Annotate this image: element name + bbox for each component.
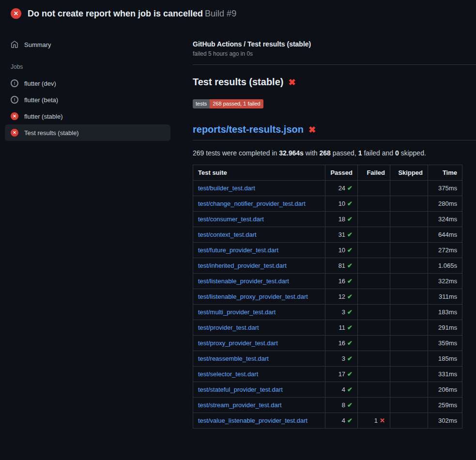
failed-cell: [358, 243, 390, 258]
sidebar: Summary Jobs !flutter (dev)!flutter (bet…: [0, 26, 178, 141]
test-suite-link[interactable]: test/stateful_provider_test.dart: [198, 386, 283, 393]
test-suite-link[interactable]: test/future_provider_test.dart: [198, 246, 278, 254]
summary-value: 32.964s: [279, 149, 304, 157]
table-row: test/multi_provider_test.dart3✔183ms: [193, 305, 462, 320]
skipped-cell: [390, 320, 428, 336]
sidebar-item-job[interactable]: !flutter (dev): [5, 75, 170, 92]
failed-cell: [358, 336, 390, 351]
passed-cell: 31✔: [325, 227, 358, 243]
failed-cell: [358, 382, 390, 398]
sidebar-item-label: flutter (beta): [24, 96, 58, 104]
table-row: test/provider_test.dart11✔291ms: [193, 320, 462, 336]
check-icon: ✔: [347, 401, 353, 409]
run-title-text: Do not create report when job is cancell…: [28, 9, 203, 18]
test-suite-link[interactable]: test/consumer_test.dart: [198, 215, 264, 223]
passed-cell: 3✔: [325, 305, 358, 320]
passed-cell: 17✔: [325, 367, 358, 382]
column-header: Skipped: [390, 165, 428, 181]
table-row: test/change_notifier_provider_test.dart1…: [193, 196, 462, 212]
skipped-cell: [390, 274, 428, 289]
failed-cell: [358, 258, 390, 274]
sidebar-item-job[interactable]: ✕flutter (stable): [5, 108, 170, 124]
results-table: Test suitePassedFailedSkippedTime test/b…: [193, 165, 462, 429]
page-body: Summary Jobs !flutter (dev)!flutter (bet…: [0, 26, 476, 429]
neutral-icon: !: [11, 96, 18, 104]
page-title: Do not create report when job is cancell…: [28, 9, 236, 19]
test-suite-link[interactable]: test/multi_provider_test.dart: [198, 308, 276, 316]
table-row: test/listenable_provider_test.dart16✔322…: [193, 274, 462, 289]
report-link[interactable]: reports/test-results.json: [193, 124, 304, 135]
sidebar-item-job[interactable]: ✕Test results (stable): [5, 124, 170, 141]
check-icon: ✔: [347, 339, 353, 347]
sidebar-item-summary[interactable]: Summary: [5, 36, 170, 53]
test-suite-link[interactable]: test/context_test.dart: [198, 231, 257, 238]
check-icon: ✔: [347, 246, 353, 254]
sidebar-item-label: flutter (stable): [24, 113, 62, 120]
skipped-cell: [390, 351, 428, 367]
table-header-row: Test suitePassedFailedSkippedTime: [193, 165, 462, 181]
passed-cell: 12✔: [325, 289, 358, 305]
skipped-cell: [390, 413, 428, 429]
test-suite-link[interactable]: test/listenable_provider_test.dart: [198, 277, 289, 285]
results-table-body: test/builder_test.dart24✔375mstest/chang…: [193, 181, 462, 429]
failed-x-icon: ✖: [288, 78, 295, 87]
check-title-text: Test results (stable): [193, 77, 283, 88]
test-suite-cell: test/value_listenable_provider_test.dart: [193, 413, 325, 429]
table-row: test/listenable_proxy_provider_test.dart…: [193, 289, 462, 305]
failed-cell: [358, 367, 390, 382]
column-header: Test suite: [193, 165, 325, 181]
check-icon: ✔: [347, 231, 353, 238]
table-row: test/stream_provider_test.dart8✔259ms: [193, 398, 462, 413]
test-suite-link[interactable]: test/provider_test.dart: [198, 324, 259, 331]
test-suite-link[interactable]: test/inherited_provider_test.dart: [198, 262, 287, 269]
passed-cell: 10✔: [325, 196, 358, 212]
passed-cell: 16✔: [325, 336, 358, 351]
failed-cell: [358, 227, 390, 243]
summary-text-part: failed and: [362, 149, 396, 157]
test-suite-link[interactable]: test/change_notifier_provider_test.dart: [198, 200, 306, 207]
skipped-cell: [390, 289, 428, 305]
test-summary-text: 269 tests were completed in 32.964s with…: [193, 149, 476, 157]
skipped-cell: [390, 196, 428, 212]
check-title: Test results (stable) ✖: [193, 77, 476, 88]
skipped-cell: [390, 243, 428, 258]
failed-cell: [358, 181, 390, 196]
sidebar-item-job[interactable]: !flutter (beta): [5, 92, 170, 108]
check-icon: ✔: [347, 308, 353, 316]
failed-cell: [358, 274, 390, 289]
test-suite-link[interactable]: test/stream_provider_test.dart: [198, 401, 282, 409]
time-cell: 183ms: [428, 305, 462, 320]
summary-value: 268: [320, 149, 331, 157]
test-suite-link[interactable]: test/builder_test.dart: [198, 184, 255, 192]
time-cell: 1.065s: [428, 258, 462, 274]
failed-icon: ✕: [11, 129, 18, 137]
time-cell: 644ms: [428, 227, 462, 243]
skipped-cell: [390, 398, 428, 413]
column-header: Failed: [358, 165, 390, 181]
table-row: test/value_listenable_provider_test.dart…: [193, 413, 462, 429]
sidebar-item-label: Test results (stable): [24, 129, 79, 137]
badge-label: tests: [193, 99, 210, 108]
test-suite-link[interactable]: test/reassemble_test.dart: [198, 355, 269, 362]
divider: [193, 64, 476, 65]
failed-cell: [358, 289, 390, 305]
run-status-text: failed 5 hours ago in 0s: [193, 50, 476, 57]
check-icon: ✔: [347, 417, 353, 424]
test-suite-link[interactable]: test/listenable_proxy_provider_test.dart: [198, 293, 308, 300]
test-suite-link[interactable]: test/selector_test.dart: [198, 370, 258, 378]
time-cell: 375ms: [428, 181, 462, 196]
test-suite-link[interactable]: test/value_listenable_provider_test.dart: [198, 417, 307, 424]
test-suite-link[interactable]: test/proxy_provider_test.dart: [198, 339, 278, 347]
table-row: test/selector_test.dart17✔331ms: [193, 367, 462, 382]
test-suite-cell: test/provider_test.dart: [193, 320, 325, 336]
test-suite-cell: test/proxy_provider_test.dart: [193, 336, 325, 351]
passed-cell: 10✔: [325, 243, 358, 258]
failed-x-icon: ✖: [308, 125, 316, 134]
test-suite-cell: test/context_test.dart: [193, 227, 325, 243]
test-suite-cell: test/consumer_test.dart: [193, 212, 325, 227]
page-header: ✕ Do not create report when job is cance…: [0, 0, 476, 26]
table-row: test/future_provider_test.dart10✔272ms: [193, 243, 462, 258]
breadcrumb: GitHub Actions / Test results (stable): [193, 40, 476, 48]
test-suite-cell: test/reassemble_test.dart: [193, 351, 325, 367]
skipped-cell: [390, 367, 428, 382]
